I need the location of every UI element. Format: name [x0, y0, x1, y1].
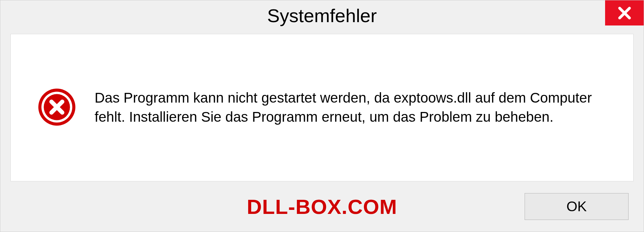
ok-button[interactable]: OK [525, 193, 629, 220]
close-icon [617, 6, 632, 20]
watermark-text: DLL-BOX.COM [247, 195, 397, 219]
dialog-title: Systemfehler [267, 5, 377, 26]
dialog-footer: DLL-BOX.COM OK [0, 181, 644, 232]
error-icon [38, 88, 76, 128]
titlebar: Systemfehler [0, 0, 644, 31]
content-panel: Das Programm kann nicht gestartet werden… [10, 34, 634, 181]
error-dialog: Systemfehler Das Programm kann nicht ges… [0, 0, 644, 232]
error-message: Das Programm kann nicht gestartet werden… [95, 89, 598, 126]
close-button[interactable] [605, 0, 644, 25]
